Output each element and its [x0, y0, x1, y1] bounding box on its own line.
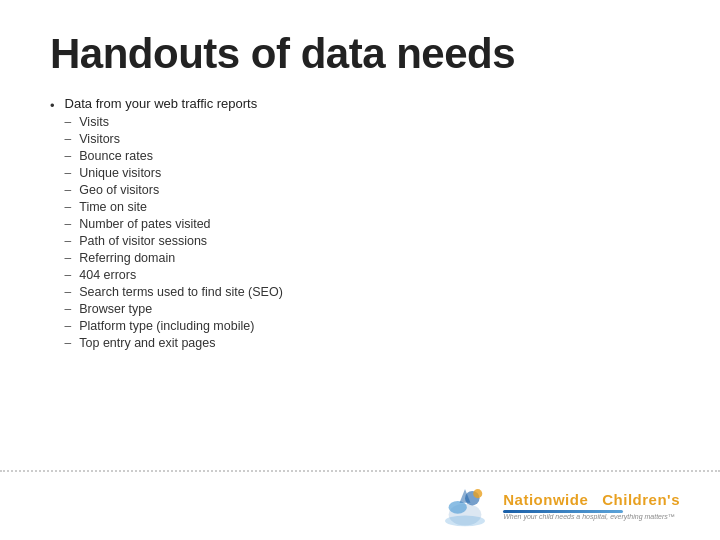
list-item: –Bounce rates: [65, 147, 283, 164]
slide: Handouts of data needs • Data from your …: [0, 0, 720, 540]
list-item-text: Geo of visitors: [79, 183, 159, 197]
list-item-text: Top entry and exit pages: [79, 336, 215, 350]
list-item: –Platform type (including mobile): [65, 317, 283, 334]
list-item-text: Visits: [79, 115, 109, 129]
sub-list: –Visits–Visitors–Bounce rates–Unique vis…: [65, 113, 283, 351]
dash-symbol: –: [65, 200, 72, 214]
list-item-text: Path of visitor sessions: [79, 234, 207, 248]
dash-symbol: –: [65, 302, 72, 316]
divider-line: [0, 470, 720, 472]
list-item: –Browser type: [65, 300, 283, 317]
list-item: –Top entry and exit pages: [65, 334, 283, 351]
list-item-text: Unique visitors: [79, 166, 161, 180]
list-item-text: Browser type: [79, 302, 152, 316]
dash-symbol: –: [65, 234, 72, 248]
bullet-symbol: •: [50, 98, 55, 113]
dash-symbol: –: [65, 251, 72, 265]
dash-symbol: –: [65, 268, 72, 282]
dash-symbol: –: [65, 319, 72, 333]
list-item: –Path of visitor sessions: [65, 232, 283, 249]
list-item: –404 errors: [65, 266, 283, 283]
dash-symbol: –: [65, 166, 72, 180]
list-item: –Time on site: [65, 198, 283, 215]
logo-text: Nationwide Children's When your child ne…: [503, 491, 680, 520]
logo-area: Nationwide Children's When your child ne…: [435, 480, 680, 530]
list-item: –Geo of visitors: [65, 181, 283, 198]
list-item-text: Visitors: [79, 132, 120, 146]
list-item: –Number of pates visited: [65, 215, 283, 232]
slide-title: Handouts of data needs: [50, 30, 670, 78]
list-item-text: Bounce rates: [79, 149, 153, 163]
dash-symbol: –: [65, 115, 72, 129]
logo-name-part2: Children's: [602, 491, 680, 508]
list-item: –Search terms used to find site (SEO): [65, 283, 283, 300]
logo-tagline: When your child needs a hospital, everyt…: [503, 513, 675, 520]
dash-symbol: –: [65, 132, 72, 146]
list-item: –Referring domain: [65, 249, 283, 266]
dash-symbol: –: [65, 217, 72, 231]
list-item-text: Search terms used to find site (SEO): [79, 285, 283, 299]
list-item-text: Time on site: [79, 200, 147, 214]
dash-symbol: –: [65, 285, 72, 299]
logo-name-part1: Nationwide: [503, 491, 588, 508]
list-item-text: Platform type (including mobile): [79, 319, 254, 333]
main-content: Data from your web traffic reports –Visi…: [65, 96, 283, 351]
svg-point-5: [445, 515, 485, 526]
list-item-text: Number of pates visited: [79, 217, 210, 231]
svg-point-3: [473, 489, 482, 498]
dash-symbol: –: [65, 149, 72, 163]
list-item-text: Referring domain: [79, 251, 175, 265]
list-item: –Visits: [65, 113, 283, 130]
svg-point-2: [449, 501, 467, 514]
content-area: • Data from your web traffic reports –Vi…: [50, 96, 670, 351]
logo-graphic-icon: [435, 480, 495, 530]
logo-name: Nationwide Children's: [503, 491, 680, 508]
dash-symbol: –: [65, 336, 72, 350]
main-item-label: Data from your web traffic reports: [65, 96, 283, 111]
list-item: –Visitors: [65, 130, 283, 147]
dash-symbol: –: [65, 183, 72, 197]
list-item: –Unique visitors: [65, 164, 283, 181]
list-item-text: 404 errors: [79, 268, 136, 282]
